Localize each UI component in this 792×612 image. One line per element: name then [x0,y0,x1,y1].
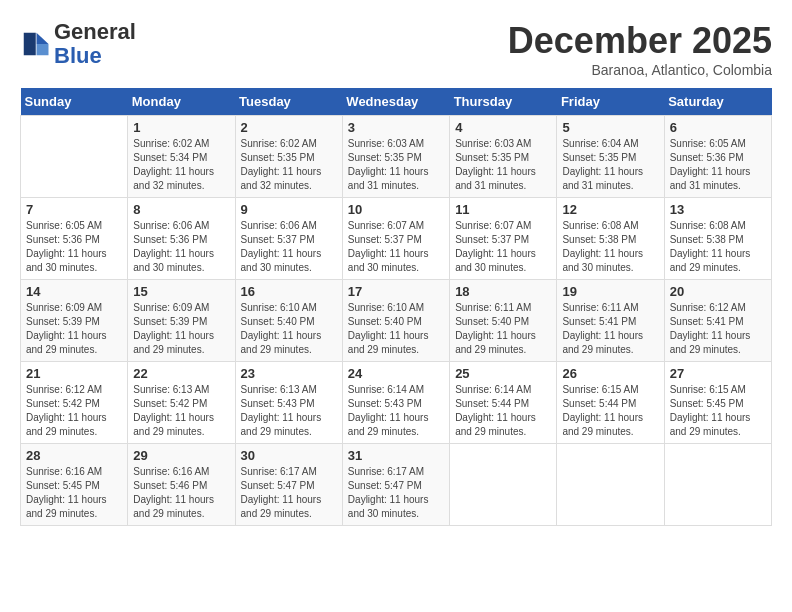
day-detail: Sunrise: 6:15 AMSunset: 5:45 PMDaylight:… [670,383,766,439]
day-detail: Sunrise: 6:09 AMSunset: 5:39 PMDaylight:… [133,301,229,357]
calendar-cell: 30Sunrise: 6:17 AMSunset: 5:47 PMDayligh… [235,444,342,526]
calendar-week-row: 21Sunrise: 6:12 AMSunset: 5:42 PMDayligh… [21,362,772,444]
calendar-cell: 11Sunrise: 6:07 AMSunset: 5:37 PMDayligh… [450,198,557,280]
day-detail: Sunrise: 6:06 AMSunset: 5:36 PMDaylight:… [133,219,229,275]
calendar-cell: 20Sunrise: 6:12 AMSunset: 5:41 PMDayligh… [664,280,771,362]
day-number: 8 [133,202,229,217]
calendar-cell: 19Sunrise: 6:11 AMSunset: 5:41 PMDayligh… [557,280,664,362]
day-of-week-header: Saturday [664,88,771,116]
calendar-cell: 22Sunrise: 6:13 AMSunset: 5:42 PMDayligh… [128,362,235,444]
day-detail: Sunrise: 6:06 AMSunset: 5:37 PMDaylight:… [241,219,337,275]
day-detail: Sunrise: 6:10 AMSunset: 5:40 PMDaylight:… [241,301,337,357]
calendar-cell: 3Sunrise: 6:03 AMSunset: 5:35 PMDaylight… [342,116,449,198]
day-detail: Sunrise: 6:14 AMSunset: 5:43 PMDaylight:… [348,383,444,439]
calendar-cell: 31Sunrise: 6:17 AMSunset: 5:47 PMDayligh… [342,444,449,526]
calendar-cell: 1Sunrise: 6:02 AMSunset: 5:34 PMDaylight… [128,116,235,198]
day-detail: Sunrise: 6:07 AMSunset: 5:37 PMDaylight:… [348,219,444,275]
day-detail: Sunrise: 6:11 AMSunset: 5:41 PMDaylight:… [562,301,658,357]
day-of-week-header: Tuesday [235,88,342,116]
day-number: 7 [26,202,122,217]
day-number: 21 [26,366,122,381]
day-number: 11 [455,202,551,217]
calendar-cell: 27Sunrise: 6:15 AMSunset: 5:45 PMDayligh… [664,362,771,444]
calendar-cell [450,444,557,526]
calendar-cell: 21Sunrise: 6:12 AMSunset: 5:42 PMDayligh… [21,362,128,444]
calendar-header-row: SundayMondayTuesdayWednesdayThursdayFrid… [21,88,772,116]
svg-marker-1 [37,44,49,55]
day-detail: Sunrise: 6:08 AMSunset: 5:38 PMDaylight:… [562,219,658,275]
calendar-cell: 25Sunrise: 6:14 AMSunset: 5:44 PMDayligh… [450,362,557,444]
logo-general: General [54,19,136,44]
day-detail: Sunrise: 6:02 AMSunset: 5:34 PMDaylight:… [133,137,229,193]
day-number: 6 [670,120,766,135]
day-number: 17 [348,284,444,299]
month-title: December 2025 [508,20,772,62]
day-number: 13 [670,202,766,217]
day-number: 1 [133,120,229,135]
day-number: 20 [670,284,766,299]
day-of-week-header: Sunday [21,88,128,116]
calendar-cell: 15Sunrise: 6:09 AMSunset: 5:39 PMDayligh… [128,280,235,362]
calendar-table: SundayMondayTuesdayWednesdayThursdayFrid… [20,88,772,526]
day-detail: Sunrise: 6:16 AMSunset: 5:45 PMDaylight:… [26,465,122,521]
day-number: 29 [133,448,229,463]
day-number: 26 [562,366,658,381]
day-detail: Sunrise: 6:10 AMSunset: 5:40 PMDaylight:… [348,301,444,357]
day-number: 31 [348,448,444,463]
day-number: 27 [670,366,766,381]
day-of-week-header: Monday [128,88,235,116]
calendar-cell: 28Sunrise: 6:16 AMSunset: 5:45 PMDayligh… [21,444,128,526]
calendar-cell: 8Sunrise: 6:06 AMSunset: 5:36 PMDaylight… [128,198,235,280]
day-detail: Sunrise: 6:02 AMSunset: 5:35 PMDaylight:… [241,137,337,193]
calendar-cell [557,444,664,526]
calendar-cell [664,444,771,526]
calendar-week-row: 14Sunrise: 6:09 AMSunset: 5:39 PMDayligh… [21,280,772,362]
day-number: 2 [241,120,337,135]
day-detail: Sunrise: 6:05 AMSunset: 5:36 PMDaylight:… [26,219,122,275]
day-detail: Sunrise: 6:16 AMSunset: 5:46 PMDaylight:… [133,465,229,521]
day-detail: Sunrise: 6:03 AMSunset: 5:35 PMDaylight:… [348,137,444,193]
day-number: 18 [455,284,551,299]
day-detail: Sunrise: 6:15 AMSunset: 5:44 PMDaylight:… [562,383,658,439]
calendar-cell: 16Sunrise: 6:10 AMSunset: 5:40 PMDayligh… [235,280,342,362]
logo-text: General Blue [54,20,136,68]
calendar-cell: 6Sunrise: 6:05 AMSunset: 5:36 PMDaylight… [664,116,771,198]
day-number: 15 [133,284,229,299]
calendar-week-row: 1Sunrise: 6:02 AMSunset: 5:34 PMDaylight… [21,116,772,198]
day-detail: Sunrise: 6:05 AMSunset: 5:36 PMDaylight:… [670,137,766,193]
logo-blue: Blue [54,43,102,68]
calendar-cell [21,116,128,198]
svg-rect-2 [24,33,36,56]
day-number: 4 [455,120,551,135]
day-detail: Sunrise: 6:04 AMSunset: 5:35 PMDaylight:… [562,137,658,193]
day-number: 22 [133,366,229,381]
logo-icon [20,29,50,59]
day-number: 25 [455,366,551,381]
day-detail: Sunrise: 6:08 AMSunset: 5:38 PMDaylight:… [670,219,766,275]
calendar-cell: 23Sunrise: 6:13 AMSunset: 5:43 PMDayligh… [235,362,342,444]
day-number: 14 [26,284,122,299]
day-detail: Sunrise: 6:12 AMSunset: 5:42 PMDaylight:… [26,383,122,439]
calendar-cell: 10Sunrise: 6:07 AMSunset: 5:37 PMDayligh… [342,198,449,280]
logo: General Blue [20,20,136,68]
day-number: 5 [562,120,658,135]
day-detail: Sunrise: 6:17 AMSunset: 5:47 PMDaylight:… [241,465,337,521]
day-number: 12 [562,202,658,217]
calendar-cell: 4Sunrise: 6:03 AMSunset: 5:35 PMDaylight… [450,116,557,198]
day-number: 28 [26,448,122,463]
calendar-cell: 9Sunrise: 6:06 AMSunset: 5:37 PMDaylight… [235,198,342,280]
day-detail: Sunrise: 6:07 AMSunset: 5:37 PMDaylight:… [455,219,551,275]
calendar-week-row: 28Sunrise: 6:16 AMSunset: 5:45 PMDayligh… [21,444,772,526]
day-number: 19 [562,284,658,299]
calendar-cell: 17Sunrise: 6:10 AMSunset: 5:40 PMDayligh… [342,280,449,362]
calendar-cell: 18Sunrise: 6:11 AMSunset: 5:40 PMDayligh… [450,280,557,362]
calendar-cell: 26Sunrise: 6:15 AMSunset: 5:44 PMDayligh… [557,362,664,444]
calendar-cell: 29Sunrise: 6:16 AMSunset: 5:46 PMDayligh… [128,444,235,526]
day-number: 3 [348,120,444,135]
day-detail: Sunrise: 6:11 AMSunset: 5:40 PMDaylight:… [455,301,551,357]
day-of-week-header: Wednesday [342,88,449,116]
day-detail: Sunrise: 6:03 AMSunset: 5:35 PMDaylight:… [455,137,551,193]
calendar-cell: 13Sunrise: 6:08 AMSunset: 5:38 PMDayligh… [664,198,771,280]
day-number: 23 [241,366,337,381]
calendar-cell: 2Sunrise: 6:02 AMSunset: 5:35 PMDaylight… [235,116,342,198]
